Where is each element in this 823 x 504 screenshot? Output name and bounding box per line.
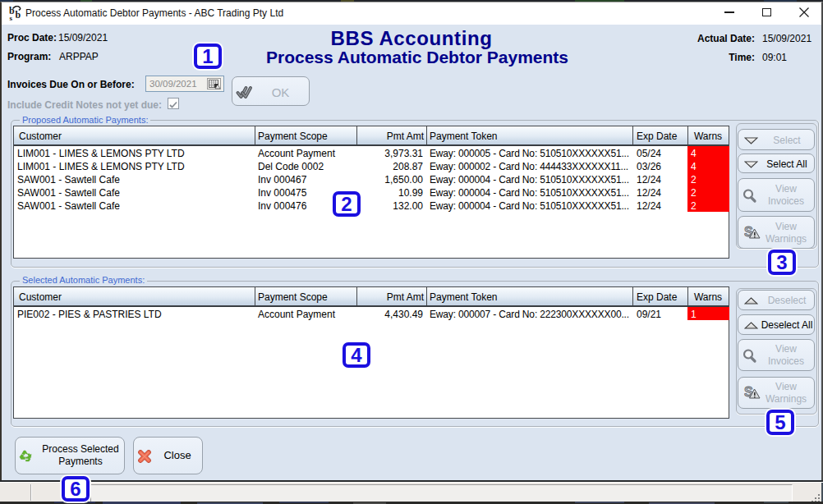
svg-text:s: s xyxy=(10,14,13,21)
svg-text:b: b xyxy=(16,9,21,21)
